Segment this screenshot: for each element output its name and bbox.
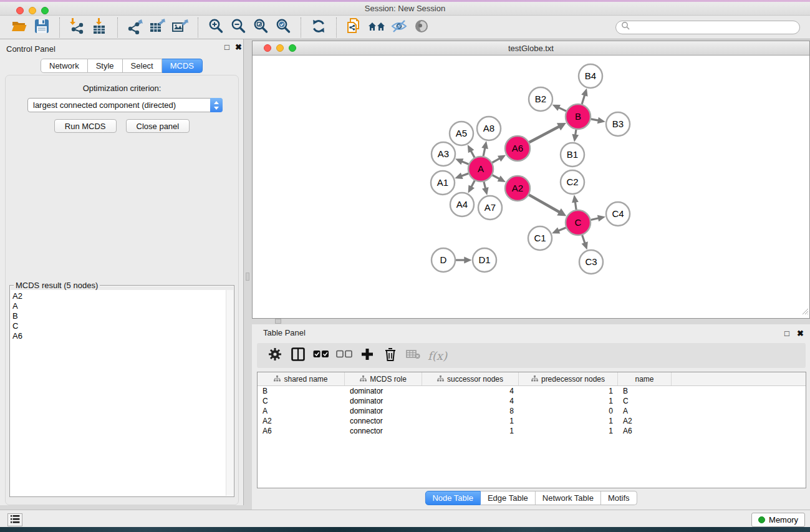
table-cell[interactable]: A6	[618, 427, 672, 435]
table-row[interactable]: A2connector11A2	[258, 416, 806, 426]
graph-edge-A6-B[interactable]	[529, 123, 566, 142]
table-cell[interactable]: B	[258, 387, 345, 395]
control-panel-close-button[interactable]: ✖	[235, 43, 242, 52]
mcds-result-item[interactable]: B	[12, 311, 226, 321]
tab-select[interactable]: Select	[123, 59, 162, 73]
graph-edge-C-C2[interactable]	[572, 195, 579, 210]
table-cell[interactable]: connector	[345, 417, 422, 425]
graph-node-A7[interactable]: A7	[478, 196, 502, 220]
mcds-result-item[interactable]: C	[12, 321, 226, 331]
graph-node-A3[interactable]: A3	[432, 142, 455, 166]
zoom-window-button[interactable]	[41, 7, 49, 14]
graph-node-B2[interactable]: B2	[529, 87, 552, 111]
graph-node-D[interactable]: D	[432, 248, 455, 272]
graph-node-D1[interactable]: D1	[473, 248, 496, 272]
tab-motifs[interactable]: Motifs	[601, 491, 637, 505]
graph-node-A5[interactable]: A5	[450, 122, 473, 145]
table-settings-button[interactable]	[263, 345, 286, 366]
zoom-fit-button[interactable]	[249, 17, 272, 37]
graph-node-A4[interactable]: A4	[450, 193, 474, 216]
graph-node-A[interactable]: A	[468, 157, 493, 181]
table-row[interactable]: Cdominator41C	[258, 396, 806, 406]
graph-node-A2[interactable]: A2	[505, 176, 530, 201]
tab-edge-table[interactable]: Edge Table	[481, 491, 536, 505]
graph-node-C2[interactable]: C2	[561, 170, 584, 194]
tab-mcds[interactable]: MCDS	[162, 59, 203, 73]
tab-node-table[interactable]: Node Table	[425, 491, 481, 505]
mcds-result-scrollbar[interactable]	[226, 290, 233, 496]
table-panel-float-button[interactable]: □	[784, 329, 789, 338]
column-header-successor-nodes[interactable]: successor nodes	[422, 372, 519, 385]
add-column-button[interactable]	[355, 345, 378, 366]
table-cell[interactable]: B	[618, 387, 672, 395]
graph-node-C4[interactable]: C4	[606, 202, 630, 226]
table-cell[interactable]: dominator	[345, 407, 422, 415]
table-cell[interactable]: dominator	[345, 387, 422, 395]
apply-layout-refresh-button[interactable]	[307, 17, 330, 37]
graph-edge-A-A6[interactable]	[492, 155, 506, 162]
task-history-button[interactable]	[7, 513, 22, 526]
run-mcds-button[interactable]: Run MCDS	[54, 119, 117, 133]
table-cell[interactable]: 8	[422, 407, 519, 415]
table-cell[interactable]: 4	[422, 387, 519, 395]
optimization-criterion-dropdown[interactable]: largest connected component (directed)	[27, 98, 223, 112]
open-session-button[interactable]	[8, 17, 31, 37]
table-cell[interactable]: 1	[519, 397, 618, 405]
table-cell[interactable]: C	[258, 397, 345, 405]
minimize-window-button[interactable]	[29, 7, 36, 14]
graph-edge-C-C3[interactable]	[582, 235, 588, 250]
column-header-shared-name[interactable]: shared name	[258, 372, 345, 385]
duplicate-network-button[interactable]	[343, 17, 365, 37]
zoom-in-button[interactable]	[205, 17, 227, 37]
graph-edge-C-C1[interactable]	[552, 228, 566, 234]
save-session-button[interactable]	[31, 17, 53, 37]
panel-splitter-handle[interactable]	[246, 273, 249, 281]
graph-edge-C-C4[interactable]	[591, 215, 605, 222]
table-cell[interactable]: A	[258, 407, 345, 415]
table-cell[interactable]: 0	[519, 407, 618, 415]
search-input[interactable]	[630, 23, 793, 32]
graph-edge-A-A8[interactable]	[481, 141, 488, 156]
show-columns-button[interactable]	[286, 345, 309, 366]
deselect-all-rows-button[interactable]	[332, 345, 355, 366]
tab-network[interactable]: Network	[41, 59, 88, 73]
tab-network-table[interactable]: Network Table	[536, 491, 601, 505]
graph-node-C3[interactable]: C3	[579, 250, 603, 274]
table-cell[interactable]: dominator	[345, 397, 422, 405]
graph-edge-B-B1[interactable]	[572, 130, 579, 142]
memory-button[interactable]: Memory	[751, 513, 805, 527]
table-row[interactable]: A6connector11A6	[258, 426, 806, 436]
graph-node-C[interactable]: C	[566, 210, 591, 235]
graph-edge-A-A1[interactable]	[455, 173, 468, 179]
horizontal-splitter-handle[interactable]	[275, 319, 281, 324]
tab-style[interactable]: Style	[88, 59, 123, 73]
table-row[interactable]: Bdominator41B	[258, 386, 806, 396]
delete-column-button[interactable]	[378, 345, 402, 366]
graph-edge-A-A2[interactable]	[493, 175, 506, 182]
column-header-name[interactable]: name	[618, 372, 672, 385]
close-window-button[interactable]	[16, 7, 24, 14]
graph-node-B4[interactable]: B4	[579, 64, 602, 88]
show-home-panels-button[interactable]	[365, 17, 388, 37]
table-cell[interactable]: 1	[519, 417, 618, 425]
zoom-selected-button[interactable]	[272, 17, 294, 37]
import-table-button[interactable]	[89, 17, 111, 37]
graph-edge-A-A7[interactable]	[482, 181, 488, 195]
mcds-result-item[interactable]: A6	[12, 331, 226, 341]
show-all-button[interactable]	[410, 17, 433, 37]
graph-node-C1[interactable]: C1	[528, 226, 552, 250]
table-cell[interactable]: A2	[618, 417, 672, 425]
table-cell[interactable]: C	[618, 397, 672, 405]
column-header-mcds-role[interactable]: MCDS role	[345, 372, 422, 385]
table-cell[interactable]: 1	[519, 387, 618, 395]
close-panel-button[interactable]: Close panel	[126, 119, 190, 133]
mcds-result-item[interactable]: A	[12, 301, 226, 311]
table-cell[interactable]: 1	[422, 417, 519, 425]
graph-edge-B-B3[interactable]	[591, 117, 605, 124]
graph-edge-A-A3[interactable]	[455, 158, 468, 165]
graph-edge-A-A4[interactable]	[468, 181, 475, 193]
export-image-button[interactable]	[169, 17, 191, 37]
table-row[interactable]: Adominator80A	[258, 406, 806, 416]
import-network-button[interactable]	[66, 17, 89, 37]
graph-node-A1[interactable]: A1	[431, 171, 455, 195]
